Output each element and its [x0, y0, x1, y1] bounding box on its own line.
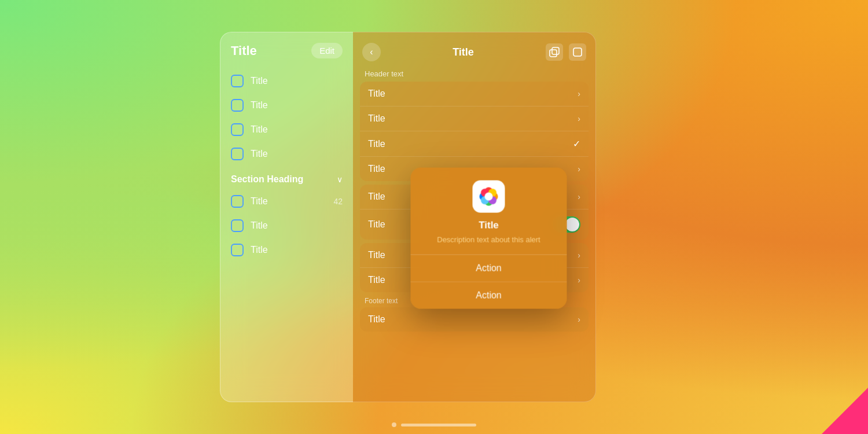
svg-rect-2 [231, 124, 243, 135]
checkbox-icon [231, 244, 244, 256]
chevron-right-icon: › [578, 315, 580, 324]
grouped-item-right: › [578, 164, 580, 174]
list-item-badge: 42 [333, 197, 343, 206]
svg-rect-6 [231, 244, 243, 256]
grouped-item[interactable]: Title › [360, 106, 589, 131]
section-header-text: Header text [360, 67, 589, 82]
list-item[interactable]: Title [220, 69, 353, 93]
svg-rect-4 [231, 196, 243, 207]
svg-rect-8 [550, 50, 557, 57]
list-item-label: Title [251, 124, 268, 135]
checkbox-icon [231, 123, 244, 136]
grouped-item-right: › [578, 192, 580, 201]
right-panel-title: Title [453, 46, 474, 58]
alert-description: Description text about this alert [437, 235, 540, 245]
chevron-down-icon: ∨ [337, 175, 343, 184]
bottom-bar [392, 422, 476, 427]
left-panel: Title Edit Title Title Title [220, 32, 353, 402]
list-item-label: Title [251, 76, 268, 86]
alert-body: Title Description text about this alert [411, 168, 567, 255]
svg-rect-9 [573, 48, 582, 56]
grouped-item-right: › [578, 89, 580, 98]
grouped-item-label: Title [368, 250, 385, 260]
svg-rect-1 [231, 100, 243, 111]
section-heading-label: Section Heading [231, 174, 303, 185]
alert-action-2-button[interactable]: Action [411, 282, 567, 309]
grouped-item[interactable]: Title › [360, 307, 589, 332]
grouped-list-1: Title › Title › Title ✓ [360, 82, 589, 181]
grouped-item-label: Title [368, 275, 385, 285]
svg-rect-7 [552, 47, 559, 54]
list-item[interactable]: Title [220, 142, 353, 166]
square-on-square-icon[interactable] [546, 43, 563, 61]
home-indicator [401, 424, 476, 426]
left-panel-header: Title Edit [220, 32, 353, 64]
home-indicator-dot [392, 422, 396, 427]
svg-rect-3 [231, 148, 243, 160]
svg-rect-0 [231, 75, 243, 87]
list-item-label: Title [251, 245, 268, 255]
alert-actions: Action Action [411, 255, 567, 309]
list-item[interactable]: Title [220, 93, 353, 117]
list-item[interactable]: Title [220, 214, 353, 238]
svg-point-18 [485, 193, 493, 201]
grouped-item-label: Title [368, 219, 385, 230]
grouped-item-right: › [578, 315, 580, 324]
checkbox-icon [231, 219, 244, 232]
alert-action-1-button[interactable]: Action [411, 255, 567, 282]
chevron-right-icon: › [578, 114, 580, 123]
square-icon[interactable] [569, 43, 586, 61]
edit-button[interactable]: Edit [311, 43, 343, 58]
alert-dialog: Title Description text about this alert … [411, 168, 567, 309]
checkbox-icon [231, 148, 244, 160]
left-panel-title: Title [231, 43, 257, 58]
grouped-item-right: ✓ [573, 138, 580, 149]
checkmark-icon: ✓ [573, 138, 580, 149]
grouped-list-bottom: Title › [360, 307, 589, 332]
list-item[interactable]: Title 42 [220, 189, 353, 214]
list-item-label: Title [251, 196, 268, 207]
grouped-item-label: Title [368, 113, 385, 124]
left-panel-list: Title Title Title Title [220, 64, 353, 267]
list-item[interactable]: Title [220, 238, 353, 262]
svg-rect-5 [231, 220, 243, 231]
list-item-label: Title [251, 100, 268, 111]
chevron-right-icon: › [578, 164, 580, 174]
chevron-right-icon: › [578, 89, 580, 98]
list-item[interactable]: Title [220, 117, 353, 142]
checkbox-icon [231, 195, 244, 208]
right-panel-icons [546, 43, 586, 61]
grouped-item-label: Title [368, 164, 385, 174]
grouped-item-right: › [578, 114, 580, 123]
grouped-item-label: Title [368, 192, 385, 202]
grouped-item-label: Title [368, 139, 385, 149]
back-button[interactable]: ‹ [362, 43, 381, 61]
grouped-item-label: Title [368, 314, 385, 325]
checkbox-icon [231, 75, 244, 87]
chevron-right-icon: › [578, 192, 580, 201]
list-item-label: Title [251, 220, 268, 231]
chevron-right-icon: › [578, 251, 580, 260]
grouped-item[interactable]: Title ✓ [360, 131, 589, 157]
grouped-item-label: Title [368, 89, 385, 99]
chevron-right-icon: › [578, 275, 580, 285]
right-panel-header: ‹ Title [353, 32, 595, 67]
alert-title: Title [479, 220, 499, 231]
list-item-label: Title [251, 149, 268, 159]
grouped-item[interactable]: Title › [360, 82, 589, 106]
section-heading-row[interactable]: Section Heading ∨ [220, 166, 353, 189]
checkbox-icon [231, 99, 244, 112]
grouped-item-right: › [578, 251, 580, 260]
alert-app-icon [473, 181, 505, 213]
grouped-item-right: › [578, 275, 580, 285]
